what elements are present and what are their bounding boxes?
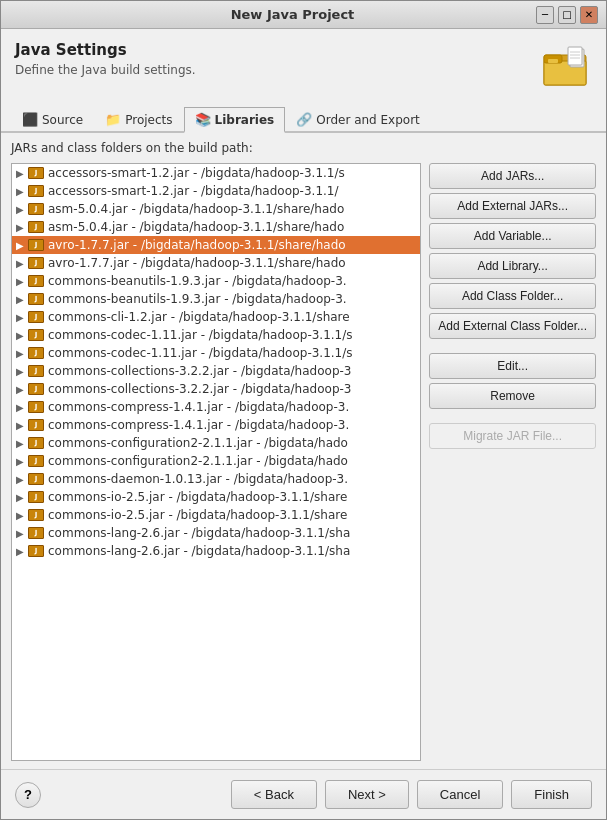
jar-list-item[interactable]: ▶Jcommons-codec-1.11.jar - /bigdata/hado… bbox=[12, 344, 420, 362]
jar-item-label: commons-codec-1.11.jar - /bigdata/hadoop… bbox=[48, 346, 353, 360]
expand-arrow-icon: ▶ bbox=[16, 312, 28, 323]
jar-item-label: commons-collections-3.2.2.jar - /bigdata… bbox=[48, 382, 351, 396]
minimize-button[interactable]: ─ bbox=[536, 6, 554, 24]
jar-list-item[interactable]: ▶Javro-1.7.7.jar - /bigdata/hadoop-3.1.1… bbox=[12, 254, 420, 272]
cancel-button[interactable]: Cancel bbox=[417, 780, 503, 809]
footer-buttons: < Back Next > Cancel Finish bbox=[231, 780, 592, 809]
buttons-panel: Add JARs... Add External JARs... Add Var… bbox=[429, 163, 596, 761]
tab-libraries-label: Libraries bbox=[215, 113, 275, 127]
jar-list-item[interactable]: ▶Jaccessors-smart-1.2.jar - /bigdata/had… bbox=[12, 164, 420, 182]
jar-list-item[interactable]: ▶Jcommons-daemon-1.0.13.jar - /bigdata/h… bbox=[12, 470, 420, 488]
expand-arrow-icon: ▶ bbox=[16, 168, 28, 179]
expand-arrow-icon: ▶ bbox=[16, 492, 28, 503]
jar-list-item[interactable]: ▶Jcommons-collections-3.2.2.jar - /bigda… bbox=[12, 362, 420, 380]
back-button[interactable]: < Back bbox=[231, 780, 317, 809]
jar-list-item[interactable]: ▶Jcommons-lang-2.6.jar - /bigdata/hadoop… bbox=[12, 542, 420, 560]
add-class-folder-button[interactable]: Add Class Folder... bbox=[429, 283, 596, 309]
tab-source[interactable]: ⬛ Source bbox=[11, 107, 94, 131]
window-controls: ─ □ ✕ bbox=[536, 6, 598, 24]
jar-list-item[interactable]: ▶Jaccessors-smart-1.2.jar - /bigdata/had… bbox=[12, 182, 420, 200]
tab-order-export[interactable]: 🔗 Order and Export bbox=[285, 107, 431, 131]
remove-button[interactable]: Remove bbox=[429, 383, 596, 409]
jar-list[interactable]: ▶Jaccessors-smart-1.2.jar - /bigdata/had… bbox=[11, 163, 421, 761]
expand-arrow-icon: ▶ bbox=[16, 420, 28, 431]
jar-list-item[interactable]: ▶Jasm-5.0.4.jar - /bigdata/hadoop-3.1.1/… bbox=[12, 200, 420, 218]
expand-arrow-icon: ▶ bbox=[16, 276, 28, 287]
jar-icon: J bbox=[28, 401, 44, 413]
jar-icon: J bbox=[28, 347, 44, 359]
jar-item-label: commons-beanutils-1.9.3.jar - /bigdata/h… bbox=[48, 292, 347, 306]
jar-item-label: avro-1.7.7.jar - /bigdata/hadoop-3.1.1/s… bbox=[48, 256, 346, 270]
jar-list-item[interactable]: ▶Jcommons-io-2.5.jar - /bigdata/hadoop-3… bbox=[12, 506, 420, 524]
jar-icon: J bbox=[28, 365, 44, 377]
jar-item-label: commons-compress-1.4.1.jar - /bigdata/ha… bbox=[48, 418, 349, 432]
svg-rect-5 bbox=[568, 47, 582, 65]
add-variable-button[interactable]: Add Variable... bbox=[429, 223, 596, 249]
help-button[interactable]: ? bbox=[15, 782, 41, 808]
jar-item-label: asm-5.0.4.jar - /bigdata/hadoop-3.1.1/sh… bbox=[48, 220, 344, 234]
expand-arrow-icon: ▶ bbox=[16, 402, 28, 413]
jar-list-item[interactable]: ▶Jcommons-beanutils-1.9.3.jar - /bigdata… bbox=[12, 272, 420, 290]
window-title: New Java Project bbox=[49, 7, 536, 22]
jar-icon: J bbox=[28, 491, 44, 503]
jar-item-label: commons-cli-1.2.jar - /bigdata/hadoop-3.… bbox=[48, 310, 350, 324]
jar-icon: J bbox=[28, 527, 44, 539]
jar-icon: J bbox=[28, 221, 44, 233]
jar-list-item[interactable]: ▶Jcommons-lang-2.6.jar - /bigdata/hadoop… bbox=[12, 524, 420, 542]
jar-list-item[interactable]: ▶Jcommons-beanutils-1.9.3.jar - /bigdata… bbox=[12, 290, 420, 308]
jar-icon: J bbox=[28, 509, 44, 521]
tab-libraries[interactable]: 📚 Libraries bbox=[184, 107, 286, 133]
jar-icon: J bbox=[28, 383, 44, 395]
section-label: JARs and class folders on the build path… bbox=[11, 141, 596, 155]
edit-button[interactable]: Edit... bbox=[429, 353, 596, 379]
tab-source-label: Source bbox=[42, 113, 83, 127]
jar-item-label: accessors-smart-1.2.jar - /bigdata/hadoo… bbox=[48, 184, 339, 198]
jar-list-item[interactable]: ▶Jcommons-configuration2-2.1.1.jar - /bi… bbox=[12, 434, 420, 452]
jar-list-item[interactable]: ▶Jcommons-compress-1.4.1.jar - /bigdata/… bbox=[12, 398, 420, 416]
content-area: JARs and class folders on the build path… bbox=[1, 133, 606, 769]
add-external-class-folder-button[interactable]: Add External Class Folder... bbox=[429, 313, 596, 339]
maximize-button[interactable]: □ bbox=[558, 6, 576, 24]
projects-tab-icon: 📁 bbox=[105, 112, 121, 127]
jar-list-item[interactable]: ▶Javro-1.7.7.jar - /bigdata/hadoop-3.1.1… bbox=[12, 236, 420, 254]
expand-arrow-icon: ▶ bbox=[16, 366, 28, 377]
tab-order-export-label: Order and Export bbox=[316, 113, 420, 127]
page-subtitle: Define the Java build settings. bbox=[15, 63, 196, 77]
add-library-button[interactable]: Add Library... bbox=[429, 253, 596, 279]
jar-list-item[interactable]: ▶Jasm-5.0.4.jar - /bigdata/hadoop-3.1.1/… bbox=[12, 218, 420, 236]
jar-icon: J bbox=[28, 275, 44, 287]
jar-item-label: commons-io-2.5.jar - /bigdata/hadoop-3.1… bbox=[48, 490, 347, 504]
jar-list-item[interactable]: ▶Jcommons-codec-1.11.jar - /bigdata/hado… bbox=[12, 326, 420, 344]
close-button[interactable]: ✕ bbox=[580, 6, 598, 24]
order-export-tab-icon: 🔗 bbox=[296, 112, 312, 127]
add-external-jars-button[interactable]: Add External JARs... bbox=[429, 193, 596, 219]
jar-icon: J bbox=[28, 455, 44, 467]
jar-icon: J bbox=[28, 311, 44, 323]
jar-icon: J bbox=[28, 257, 44, 269]
jar-list-item[interactable]: ▶Jcommons-configuration2-2.1.1.jar - /bi… bbox=[12, 452, 420, 470]
jar-item-label: commons-codec-1.11.jar - /bigdata/hadoop… bbox=[48, 328, 353, 342]
jar-list-item[interactable]: ▶Jcommons-cli-1.2.jar - /bigdata/hadoop-… bbox=[12, 308, 420, 326]
tab-projects[interactable]: 📁 Projects bbox=[94, 107, 183, 131]
jar-item-label: commons-configuration2-2.1.1.jar - /bigd… bbox=[48, 436, 348, 450]
jar-item-label: accessors-smart-1.2.jar - /bigdata/hadoo… bbox=[48, 166, 345, 180]
header-icon bbox=[540, 41, 592, 99]
jar-icon: J bbox=[28, 239, 44, 251]
jar-list-item[interactable]: ▶Jcommons-compress-1.4.1.jar - /bigdata/… bbox=[12, 416, 420, 434]
jar-item-label: commons-lang-2.6.jar - /bigdata/hadoop-3… bbox=[48, 526, 350, 540]
expand-arrow-icon: ▶ bbox=[16, 438, 28, 449]
expand-arrow-icon: ▶ bbox=[16, 294, 28, 305]
main-panel: ▶Jaccessors-smart-1.2.jar - /bigdata/had… bbox=[11, 163, 596, 761]
jar-list-item[interactable]: ▶Jcommons-io-2.5.jar - /bigdata/hadoop-3… bbox=[12, 488, 420, 506]
jar-item-label: commons-daemon-1.0.13.jar - /bigdata/had… bbox=[48, 472, 348, 486]
expand-arrow-icon: ▶ bbox=[16, 384, 28, 395]
add-jars-button[interactable]: Add JARs... bbox=[429, 163, 596, 189]
jar-item-label: commons-collections-3.2.2.jar - /bigdata… bbox=[48, 364, 351, 378]
next-button[interactable]: Next > bbox=[325, 780, 409, 809]
source-tab-icon: ⬛ bbox=[22, 112, 38, 127]
jar-list-item[interactable]: ▶Jcommons-collections-3.2.2.jar - /bigda… bbox=[12, 380, 420, 398]
jar-icon: J bbox=[28, 545, 44, 557]
finish-button[interactable]: Finish bbox=[511, 780, 592, 809]
expand-arrow-icon: ▶ bbox=[16, 222, 28, 233]
migrate-jar-button[interactable]: Migrate JAR File... bbox=[429, 423, 596, 449]
